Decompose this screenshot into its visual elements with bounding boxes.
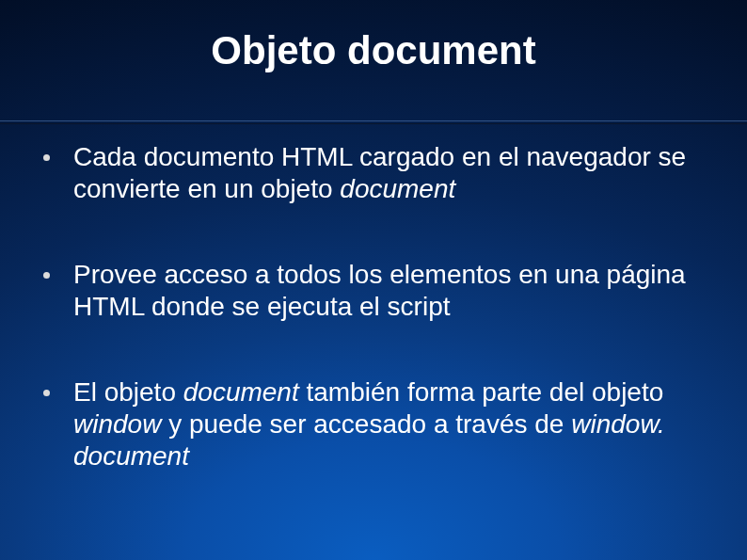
bullet-text: también forma parte del objeto — [299, 377, 664, 407]
slide-title: Objeto document — [0, 0, 747, 83]
content-area: Cada documento HTML cargado en el navega… — [38, 141, 719, 526]
bullet-list: Cada documento HTML cargado en el navega… — [38, 141, 719, 472]
bullet-text: y puede ser accesado a través de — [161, 409, 571, 439]
bullet-text: Provee acceso a todos los elementos en u… — [73, 260, 686, 321]
bullet-item: Cada documento HTML cargado en el navega… — [38, 141, 719, 204]
bullet-item: Provee acceso a todos los elementos en u… — [38, 259, 719, 322]
divider-line — [0, 120, 747, 124]
bullet-text-italic: document — [183, 377, 299, 407]
bullet-item: El objeto document también forma parte d… — [38, 376, 719, 472]
bullet-text-italic: window — [73, 409, 161, 439]
slide: Objeto document Cada documento HTML carg… — [0, 0, 747, 560]
bullet-text-italic: document — [340, 174, 455, 203]
bullet-text: El objeto — [73, 377, 183, 407]
